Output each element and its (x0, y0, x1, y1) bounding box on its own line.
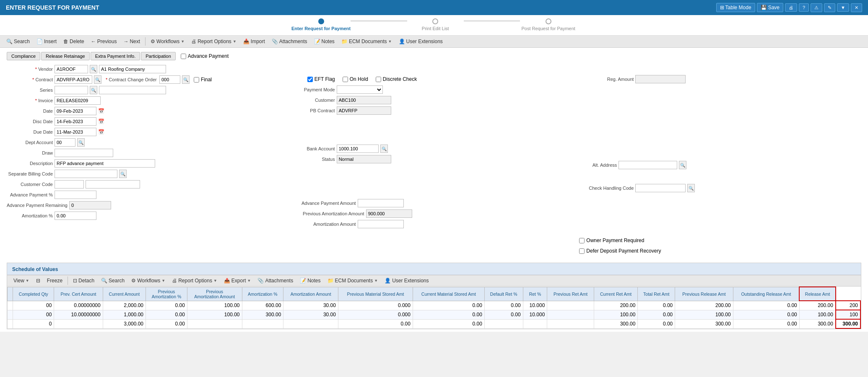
wizard-step-1[interactable]: Enter Request for Payment (291, 18, 351, 31)
bank-account-search-button[interactable]: 🔍 (380, 145, 388, 153)
vendor-search-button[interactable]: 🔍 (90, 65, 97, 73)
table-cell[interactable]: 100.00 (187, 301, 242, 310)
import-button[interactable]: 📥 Import (240, 37, 268, 46)
table-cell[interactable]: 30.00 (283, 310, 338, 319)
alt-address-search-button[interactable]: 🔍 (679, 161, 686, 169)
th-amort-amount[interactable]: Amortization Amount (283, 287, 338, 301)
insert-button[interactable]: 📄 Insert (34, 37, 60, 46)
table-cell[interactable]: 300.00 (242, 310, 283, 319)
th-ret-pct[interactable]: Ret % (523, 287, 547, 301)
sov-ecm-button[interactable]: 📁 ECM Documents ▼ (325, 276, 381, 285)
dept-account-input[interactable] (55, 138, 75, 147)
table-cell[interactable]: 200.00 (594, 301, 637, 310)
th-amort-pct[interactable]: Amortization % (242, 287, 283, 301)
table-cell[interactable]: 0.00 (413, 310, 484, 319)
wizard-step-2[interactable]: Print Edit List (407, 18, 464, 31)
user-extensions-button[interactable]: 👤 User Extensions (396, 37, 446, 46)
table-cell[interactable]: 10.00000000 (54, 310, 103, 319)
invoice-input[interactable] (55, 96, 101, 105)
adv-pay-amount-input[interactable] (358, 199, 404, 207)
th-completed-qty[interactable]: Completed Qty (13, 287, 54, 301)
contract-input[interactable] (55, 75, 92, 84)
sov-search-button[interactable]: 🔍 Search (98, 276, 127, 285)
table-mode-button[interactable]: ⊞ Table Mode (716, 3, 755, 12)
wizard-step-3[interactable]: Post Request for Payment (520, 18, 577, 31)
sov-notes-button[interactable]: 📝 Notes (297, 276, 323, 285)
sov-freeze-button[interactable]: Freeze (44, 276, 65, 285)
tab-participation[interactable]: Participation (141, 52, 176, 60)
next-button[interactable]: → Next (120, 37, 143, 46)
description-input[interactable] (55, 159, 155, 168)
previous-button[interactable]: ← Previous (88, 37, 120, 46)
help-button[interactable]: ? (799, 3, 809, 12)
table-cell[interactable]: 0.00 (638, 310, 675, 319)
defer-deposit-checkbox[interactable] (579, 248, 585, 254)
final-checkbox[interactable] (194, 77, 199, 83)
th-prev-ret-amt[interactable]: Previous Ret Amt (547, 287, 594, 301)
th-default-ret-pct[interactable]: Default Ret % (484, 287, 523, 301)
sep-billing-search-button[interactable]: 🔍 (119, 170, 127, 178)
table-cell[interactable]: 100.00 (187, 310, 242, 319)
table-cell[interactable]: 100.00 (675, 310, 733, 319)
table-cell[interactable]: 2,000.00 (103, 301, 146, 310)
th-total-ret-amt[interactable]: Total Ret Amt (638, 287, 675, 301)
tab-compliance[interactable]: Compliance (7, 52, 40, 60)
sov-report-options-button[interactable]: 🖨 Report Options ▼ (169, 276, 220, 285)
check-handling-code-input[interactable] (635, 184, 686, 192)
table-cell[interactable]: 0.000 (338, 310, 413, 319)
contract-search-button[interactable]: 🔍 (94, 75, 101, 84)
table-cell[interactable]: 0.00000000 (54, 301, 103, 310)
table-cell[interactable]: 0.00 (413, 301, 484, 310)
table-cell[interactable] (547, 310, 594, 319)
table-cell[interactable]: 0.00 (146, 310, 187, 319)
series-input[interactable] (55, 86, 88, 94)
table-cell[interactable]: 0.00 (733, 301, 799, 310)
table-cell[interactable]: 1,000.00 (103, 310, 146, 319)
th-prev-amort-pct[interactable]: PreviousAmortization % (146, 287, 187, 301)
th-current-amount[interactable]: Current Amount (103, 287, 146, 301)
date-input[interactable] (55, 107, 96, 115)
th-prev-material-stored[interactable]: Previous Material Stored Amt (338, 287, 413, 301)
table-cell[interactable]: 00 (13, 310, 54, 319)
disc-date-picker-icon[interactable]: 📅 (98, 119, 104, 124)
tab-extra-payment-info[interactable]: Extra Payment Info. (91, 52, 140, 60)
alt-address-input[interactable] (619, 161, 677, 169)
table-cell[interactable]: 0.00 (638, 301, 675, 310)
ecm-documents-button[interactable]: 📁 ECM Documents ▼ (338, 37, 395, 46)
table-cell[interactable]: 0.00 (733, 310, 799, 319)
dept-account-search-button[interactable]: 🔍 (77, 138, 85, 147)
owner-payment-checkbox[interactable] (579, 238, 585, 243)
chc-search-button[interactable]: 🔍 (687, 184, 695, 192)
sov-export-button[interactable]: 📤 Export ▼ (221, 276, 254, 285)
sov-workflows-button[interactable]: ⚙ Workflows ▼ (128, 276, 168, 285)
th-release-amt[interactable]: Release Amt (799, 287, 836, 301)
tab-release-retainage[interactable]: Release Retainage (41, 52, 90, 60)
sov-grid-button[interactable]: ⊟ (33, 276, 43, 285)
table-cell[interactable]: 30.00 (283, 301, 338, 310)
close-button[interactable]: ✕ (851, 3, 862, 12)
th-prev-release-amt[interactable]: Previous Release Amt (675, 287, 733, 301)
table-cell[interactable]: 10.000 (523, 310, 547, 319)
customer-code-input[interactable] (55, 180, 84, 188)
table-cell[interactable]: 100.00 (594, 310, 637, 319)
workflows-button[interactable]: ⚙ Workflows ▼ (148, 37, 187, 46)
sov-view-button[interactable]: View ▼ (10, 276, 32, 285)
advance-payment-checkbox[interactable] (181, 54, 186, 59)
table-cell[interactable]: 200 (836, 301, 860, 310)
payment-mode-select[interactable] (337, 85, 383, 94)
table-cell[interactable]: 0.000 (338, 301, 413, 310)
table-cell[interactable]: 10.000 (523, 301, 547, 310)
disc-date-input[interactable] (55, 117, 96, 126)
table-cell[interactable]: 200.00 (799, 301, 836, 310)
due-date-picker-icon[interactable]: 📅 (98, 129, 104, 135)
th-current-ret-amt[interactable]: Current Ret Amt (594, 287, 637, 301)
table-cell[interactable] (547, 301, 594, 310)
save-button[interactable]: 💾 Save (757, 3, 783, 12)
search-button[interactable]: 🔍 Search (3, 37, 33, 46)
contract-change-order-input[interactable] (159, 75, 180, 84)
table-cell[interactable]: 0.00 (484, 310, 523, 319)
amort-amount-input[interactable] (358, 220, 404, 228)
alert-button[interactable]: ⚠ (811, 3, 822, 12)
th-current-material-stored[interactable]: Current Material Stored Amt (413, 287, 484, 301)
report-options-button[interactable]: 🖨 Report Options ▼ (188, 37, 239, 46)
